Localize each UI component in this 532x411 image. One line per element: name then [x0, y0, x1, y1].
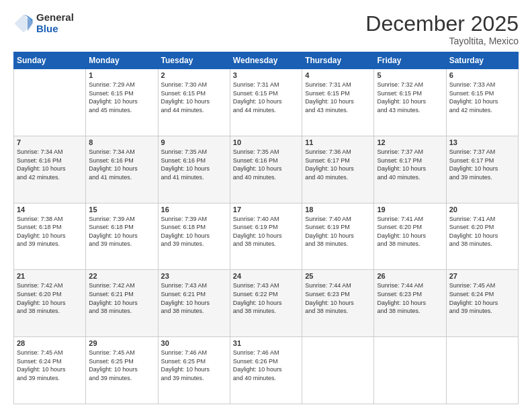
- day-number: 12: [377, 138, 443, 146]
- calendar-cell: 20Sunrise: 7:41 AM Sunset: 6:20 PM Dayli…: [446, 203, 518, 270]
- day-number: 15: [89, 205, 154, 214]
- day-number: 22: [89, 272, 154, 280]
- calendar-cell: 22Sunrise: 7:42 AM Sunset: 6:21 PM Dayli…: [86, 270, 158, 337]
- day-info: Sunrise: 7:44 AM Sunset: 6:23 PM Dayligh…: [377, 281, 443, 315]
- day-number: 9: [161, 138, 227, 146]
- day-number: 5: [377, 71, 443, 79]
- day-info: Sunrise: 7:35 AM Sunset: 6:16 PM Dayligh…: [233, 148, 299, 181]
- calendar-cell: 12Sunrise: 7:37 AM Sunset: 6:17 PM Dayli…: [374, 136, 446, 203]
- day-number: 23: [161, 272, 227, 280]
- day-number: 1: [89, 71, 154, 79]
- day-info: Sunrise: 7:46 AM Sunset: 6:26 PM Dayligh…: [233, 349, 299, 382]
- day-info: Sunrise: 7:40 AM Sunset: 6:19 PM Dayligh…: [233, 215, 299, 248]
- calendar-cell: 2Sunrise: 7:30 AM Sunset: 6:15 PM Daylig…: [158, 69, 230, 136]
- day-info: Sunrise: 7:37 AM Sunset: 6:17 PM Dayligh…: [377, 148, 443, 181]
- day-number: 20: [449, 205, 515, 214]
- day-info: Sunrise: 7:35 AM Sunset: 6:16 PM Dayligh…: [161, 148, 227, 181]
- logo-blue-text: Blue: [36, 24, 74, 35]
- title-section: December 2025 Tayoltita, Mexico: [365, 12, 519, 46]
- day-number: 21: [17, 272, 83, 280]
- day-number: 13: [449, 138, 515, 146]
- calendar-week-5: 28Sunrise: 7:45 AM Sunset: 6:24 PM Dayli…: [14, 337, 519, 404]
- day-number: 17: [233, 205, 299, 214]
- logo: General Blue: [13, 12, 74, 34]
- main-title: December 2025: [365, 12, 519, 36]
- calendar-table: Sunday Monday Tuesday Wednesday Thursday…: [13, 52, 519, 404]
- calendar-cell: [374, 337, 446, 404]
- calendar-cell: 28Sunrise: 7:45 AM Sunset: 6:24 PM Dayli…: [14, 337, 86, 404]
- day-info: Sunrise: 7:42 AM Sunset: 6:20 PM Dayligh…: [17, 281, 83, 315]
- calendar-cell: 1Sunrise: 7:29 AM Sunset: 6:15 PM Daylig…: [86, 69, 158, 136]
- day-number: 2: [161, 71, 227, 79]
- day-info: Sunrise: 7:34 AM Sunset: 6:16 PM Dayligh…: [17, 148, 83, 181]
- calendar-cell: 31Sunrise: 7:46 AM Sunset: 6:26 PM Dayli…: [230, 337, 302, 404]
- day-number: 14: [17, 205, 83, 214]
- calendar-cell: 17Sunrise: 7:40 AM Sunset: 6:19 PM Dayli…: [230, 203, 302, 270]
- subtitle: Tayoltita, Mexico: [365, 36, 519, 46]
- day-number: 30: [161, 339, 227, 347]
- day-number: 11: [305, 138, 371, 146]
- calendar-cell: 26Sunrise: 7:44 AM Sunset: 6:23 PM Dayli…: [374, 270, 446, 337]
- day-info: Sunrise: 7:44 AM Sunset: 6:23 PM Dayligh…: [305, 281, 371, 315]
- day-info: Sunrise: 7:29 AM Sunset: 6:15 PM Dayligh…: [89, 81, 154, 114]
- calendar-cell: 18Sunrise: 7:40 AM Sunset: 6:19 PM Dayli…: [302, 203, 374, 270]
- day-number: 31: [233, 339, 299, 347]
- day-info: Sunrise: 7:43 AM Sunset: 6:21 PM Dayligh…: [161, 281, 227, 315]
- calendar-cell: 4Sunrise: 7:31 AM Sunset: 6:15 PM Daylig…: [302, 69, 374, 136]
- col-monday: Monday: [86, 52, 158, 69]
- day-info: Sunrise: 7:40 AM Sunset: 6:19 PM Dayligh…: [305, 215, 371, 248]
- day-number: 28: [17, 339, 83, 347]
- calendar-cell: 15Sunrise: 7:39 AM Sunset: 6:18 PM Dayli…: [86, 203, 158, 270]
- calendar-cell: 23Sunrise: 7:43 AM Sunset: 6:21 PM Dayli…: [158, 270, 230, 337]
- calendar-cell: [14, 69, 86, 136]
- calendar-cell: 27Sunrise: 7:45 AM Sunset: 6:24 PM Dayli…: [446, 270, 518, 337]
- calendar-cell: 8Sunrise: 7:34 AM Sunset: 6:16 PM Daylig…: [86, 136, 158, 203]
- header-row: Sunday Monday Tuesday Wednesday Thursday…: [14, 52, 519, 69]
- day-number: 25: [305, 272, 371, 280]
- day-info: Sunrise: 7:45 AM Sunset: 6:24 PM Dayligh…: [449, 281, 515, 315]
- day-number: 19: [377, 205, 443, 214]
- day-info: Sunrise: 7:39 AM Sunset: 6:18 PM Dayligh…: [89, 215, 154, 248]
- calendar-week-3: 14Sunrise: 7:38 AM Sunset: 6:18 PM Dayli…: [14, 203, 519, 270]
- day-number: 8: [89, 138, 154, 146]
- day-info: Sunrise: 7:46 AM Sunset: 6:25 PM Dayligh…: [161, 349, 227, 382]
- day-number: 26: [377, 272, 443, 280]
- day-info: Sunrise: 7:33 AM Sunset: 6:15 PM Dayligh…: [449, 81, 515, 114]
- calendar-cell: 6Sunrise: 7:33 AM Sunset: 6:15 PM Daylig…: [446, 69, 518, 136]
- day-number: 4: [305, 71, 371, 79]
- calendar-cell: [302, 337, 374, 404]
- calendar-cell: 19Sunrise: 7:41 AM Sunset: 6:20 PM Dayli…: [374, 203, 446, 270]
- col-tuesday: Tuesday: [158, 52, 230, 69]
- day-info: Sunrise: 7:31 AM Sunset: 6:15 PM Dayligh…: [305, 81, 371, 114]
- logo-general-text: General: [36, 12, 74, 24]
- day-info: Sunrise: 7:37 AM Sunset: 6:17 PM Dayligh…: [449, 148, 515, 181]
- calendar-cell: 11Sunrise: 7:36 AM Sunset: 6:17 PM Dayli…: [302, 136, 374, 203]
- calendar-cell: 30Sunrise: 7:46 AM Sunset: 6:25 PM Dayli…: [158, 337, 230, 404]
- top-section: General Blue December 2025 Tayoltita, Me…: [13, 12, 519, 46]
- calendar-cell: 16Sunrise: 7:39 AM Sunset: 6:18 PM Dayli…: [158, 203, 230, 270]
- day-info: Sunrise: 7:41 AM Sunset: 6:20 PM Dayligh…: [377, 215, 443, 248]
- calendar-cell: [446, 337, 518, 404]
- calendar-cell: 7Sunrise: 7:34 AM Sunset: 6:16 PM Daylig…: [14, 136, 86, 203]
- calendar-page: General Blue December 2025 Tayoltita, Me…: [0, 0, 532, 411]
- col-saturday: Saturday: [446, 52, 518, 69]
- day-info: Sunrise: 7:39 AM Sunset: 6:18 PM Dayligh…: [161, 215, 227, 248]
- col-wednesday: Wednesday: [230, 52, 302, 69]
- col-friday: Friday: [374, 52, 446, 69]
- col-sunday: Sunday: [14, 52, 86, 69]
- calendar-cell: 25Sunrise: 7:44 AM Sunset: 6:23 PM Dayli…: [302, 270, 374, 337]
- day-info: Sunrise: 7:45 AM Sunset: 6:24 PM Dayligh…: [17, 349, 83, 382]
- col-thursday: Thursday: [302, 52, 374, 69]
- day-number: 18: [305, 205, 371, 214]
- day-info: Sunrise: 7:45 AM Sunset: 6:25 PM Dayligh…: [89, 349, 154, 382]
- calendar-cell: 24Sunrise: 7:43 AM Sunset: 6:22 PM Dayli…: [230, 270, 302, 337]
- day-info: Sunrise: 7:31 AM Sunset: 6:15 PM Dayligh…: [233, 81, 299, 114]
- day-number: 3: [233, 71, 299, 79]
- calendar-week-2: 7Sunrise: 7:34 AM Sunset: 6:16 PM Daylig…: [14, 136, 519, 203]
- day-number: 6: [449, 71, 515, 79]
- day-info: Sunrise: 7:32 AM Sunset: 6:15 PM Dayligh…: [377, 81, 443, 114]
- calendar-week-4: 21Sunrise: 7:42 AM Sunset: 6:20 PM Dayli…: [14, 270, 519, 337]
- calendar-cell: 21Sunrise: 7:42 AM Sunset: 6:20 PM Dayli…: [14, 270, 86, 337]
- day-info: Sunrise: 7:38 AM Sunset: 6:18 PM Dayligh…: [17, 215, 83, 248]
- day-info: Sunrise: 7:30 AM Sunset: 6:15 PM Dayligh…: [161, 81, 227, 114]
